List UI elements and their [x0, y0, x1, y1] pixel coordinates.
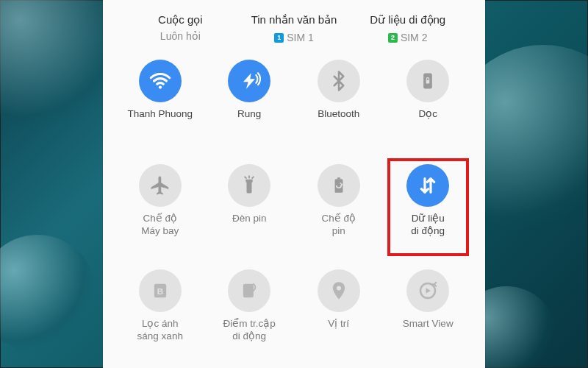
wallpaper-background: Cuộc gọi Luôn hỏi Tin nhắn văn bản 1 SIM…	[0, 0, 588, 368]
sim-slot-data[interactable]: Dữ liệu di động 2 SIM 2	[351, 13, 465, 43]
sim-slot-title: Tin nhắn văn bản	[237, 13, 351, 26]
tile-mobile-hotspot[interactable]: Điểm tr.cậpdi động	[207, 266, 293, 364]
tile-label: Đèn pin	[232, 213, 267, 225]
quick-settings-grid: Thanh Phuong Rung Bluetooth Dọc	[116, 57, 472, 364]
tile-label: Smart View	[403, 318, 453, 330]
svg-point-12	[337, 286, 341, 290]
svg-line-5	[245, 177, 246, 179]
svg-rect-2	[426, 80, 430, 84]
tile-label: Điểm tr.cậpdi động	[223, 318, 276, 343]
tile-label: Vị trí	[328, 318, 349, 330]
tile-blue-light-filter[interactable]: B Lọc ánhsáng xanh	[118, 266, 203, 364]
location-icon	[318, 269, 360, 312]
tile-label: Rung	[237, 108, 261, 121]
tile-label: Thanh Phuong	[127, 108, 193, 121]
sim-slot-calls[interactable]: Cuộc gọi Luôn hỏi	[123, 13, 237, 43]
blue-light-icon: B	[139, 269, 182, 312]
tile-wifi[interactable]: Thanh Phuong	[118, 57, 203, 154]
tile-portrait-lock[interactable]: Dọc	[386, 57, 471, 154]
battery-saver-icon	[318, 164, 360, 207]
sim-slot-sub: 1 SIM 1	[274, 32, 314, 43]
sim-header-row: Cuộc gọi Luôn hỏi Tin nhắn văn bản 1 SIM…	[116, 13, 472, 57]
highlight-box	[387, 158, 470, 255]
tile-label: Bluetooth	[318, 108, 359, 121]
sim-slot-title: Cuộc gọi	[123, 13, 237, 26]
sim-slot-title: Dữ liệu di động	[351, 13, 465, 26]
quick-settings-panel: Cuộc gọi Luôn hỏi Tin nhắn văn bản 1 SIM…	[103, 0, 485, 368]
sim-slot-sub: 2 SIM 2	[388, 32, 428, 43]
tile-label: Dọc	[419, 108, 438, 121]
airplane-icon	[139, 164, 182, 207]
sim-badge-2-icon: 2	[388, 33, 398, 43]
sim-badge-1-icon: 1	[274, 33, 284, 43]
tile-airplane-mode[interactable]: Chế độMáy bay	[118, 161, 203, 258]
tile-battery-saver[interactable]: Chế độpin	[296, 161, 381, 258]
tile-label: Lọc ánhsáng xanh	[137, 318, 183, 343]
svg-text:B: B	[157, 286, 163, 295]
tile-vibrate[interactable]: Rung	[207, 57, 293, 154]
tile-bluetooth[interactable]: Bluetooth	[296, 57, 381, 154]
svg-line-6	[252, 177, 254, 179]
tile-flashlight[interactable]: Đèn pin	[207, 161, 293, 258]
hotspot-icon	[228, 269, 270, 312]
bluetooth-icon	[318, 60, 360, 102]
tile-label: Chế độpin	[321, 213, 356, 238]
smart-view-icon	[406, 269, 449, 312]
vibrate-icon	[228, 60, 270, 102]
tile-location[interactable]: Vị trí	[296, 266, 381, 364]
svg-rect-8	[337, 177, 340, 179]
tile-smart-view[interactable]: Smart View	[386, 266, 471, 364]
wifi-icon	[139, 60, 182, 102]
tile-mobile-data[interactable]: Dữ liệudi động	[386, 161, 471, 258]
flashlight-icon	[228, 164, 270, 207]
svg-rect-3	[247, 183, 252, 194]
sim-slot-sub: Luôn hỏi	[160, 30, 201, 42]
svg-point-0	[159, 85, 162, 88]
portrait-lock-icon	[406, 60, 449, 102]
sim-slot-sms[interactable]: Tin nhắn văn bản 1 SIM 1	[237, 13, 351, 43]
tile-label: Chế độMáy bay	[141, 213, 179, 238]
